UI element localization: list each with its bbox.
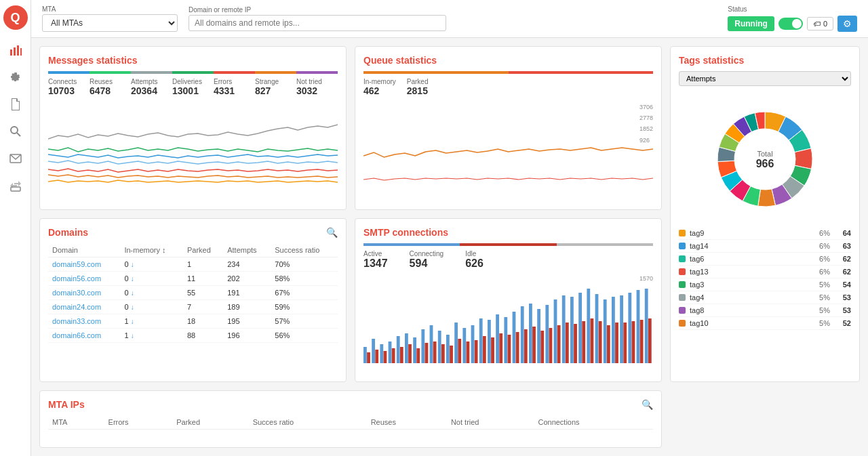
parked-label: Parked — [407, 78, 429, 85]
svg-rect-39 — [483, 336, 486, 363]
q-y4: 3706 — [639, 102, 653, 112]
sidebar: Q — [0, 0, 31, 456]
msg-stat-errors: Errors4331 — [214, 78, 255, 96]
mta-label: MTA — [42, 5, 178, 13]
col-parked: Parked — [183, 243, 223, 257]
tag-count: 52 — [834, 319, 851, 327]
tag-count: 62 — [834, 268, 851, 276]
status-toggle[interactable] — [778, 18, 803, 30]
tag-pct: 5% — [810, 281, 830, 289]
svg-rect-2 — [17, 45, 19, 56]
tag-count: 63 — [834, 242, 851, 250]
sidebar-icon-share[interactable] — [3, 173, 28, 198]
svg-rect-44 — [504, 317, 507, 363]
ci-inmemory — [363, 71, 509, 74]
svg-rect-20 — [405, 333, 408, 363]
svg-rect-38 — [479, 318, 483, 363]
tag-color — [679, 307, 686, 314]
tag-count: 53 — [834, 306, 851, 314]
idle-label: Idle — [465, 250, 484, 257]
svg-rect-42 — [496, 314, 499, 363]
svg-rect-27 — [433, 341, 437, 363]
tag-color — [679, 281, 686, 288]
smtp-stats-row: Active 1347 Connecting 594 Idle 626 — [363, 250, 653, 270]
domain-input[interactable] — [189, 15, 446, 31]
svg-rect-76 — [637, 290, 640, 363]
donut-chart-container: Total 966 — [679, 91, 851, 227]
domains-header: Domains 🔍 — [48, 227, 338, 238]
active-value: 1347 — [363, 257, 388, 270]
topbar: MTA All MTAs Domain or remote IP Status … — [31, 0, 868, 38]
settings-button[interactable]: ⚙ — [837, 16, 857, 32]
ci-nottried — [296, 71, 338, 74]
ci-connecting — [460, 243, 556, 246]
svg-rect-78 — [645, 289, 648, 363]
svg-rect-46 — [513, 312, 516, 363]
tag-row: tag13 6% 62 — [679, 266, 851, 278]
domains-panel: Domains 🔍 Domain In-memory ↕ Parked Atte… — [39, 218, 347, 381]
svg-rect-65 — [591, 318, 594, 363]
tags-metric-select[interactable]: Attempts Deliveries Errors — [679, 71, 851, 86]
tag-name: tag9 — [690, 229, 806, 237]
messages-color-indicators — [48, 71, 338, 74]
table-row: domain30.com 0 ↓ 55 191 67% — [48, 286, 338, 300]
svg-rect-29 — [441, 344, 445, 363]
mta-col-success: Succes ratio — [249, 415, 367, 430]
ci-deliveries — [172, 71, 214, 74]
svg-rect-13 — [375, 350, 378, 363]
svg-rect-33 — [458, 339, 461, 363]
svg-rect-37 — [475, 340, 478, 363]
messages-stats-title: Messages statistics — [48, 55, 338, 66]
table-row: domain33.com 1 ↓ 18 195 57% — [48, 314, 338, 329]
ci-errors — [214, 71, 255, 74]
svg-rect-15 — [384, 351, 387, 363]
app-logo[interactable]: Q — [3, 5, 28, 30]
smtp-bar-svg — [363, 275, 653, 363]
queue-stats-row: In-memory 462 Parked 2815 — [363, 78, 653, 96]
svg-rect-54 — [545, 305, 549, 363]
table-row: domain24.com 0 ↓ 7 189 59% — [48, 300, 338, 314]
parked-value: 2815 — [407, 85, 429, 96]
tag-name: tag8 — [690, 306, 806, 314]
domains-table-body: domain59.com 0 ↓ 1 234 70% domain56.com … — [48, 257, 338, 343]
msg-stat-connects: Connects10703 — [48, 78, 90, 96]
mta-ips-search-icon[interactable]: 🔍 — [642, 399, 653, 410]
smtp-stat-connecting: Connecting 594 — [410, 250, 444, 270]
mta-col-errors: Errors — [104, 415, 173, 430]
svg-rect-59 — [566, 323, 569, 363]
mta-select[interactable]: All MTAs — [42, 14, 178, 32]
svg-rect-69 — [607, 325, 610, 363]
svg-rect-18 — [397, 336, 400, 363]
tag-row: tag6 6% 62 — [679, 253, 851, 266]
tag-name: tag10 — [690, 319, 806, 327]
sidebar-icon-search[interactable] — [3, 119, 28, 144]
tag-pct: 5% — [810, 319, 830, 327]
sidebar-icon-gear[interactable] — [3, 65, 28, 89]
svg-rect-40 — [488, 320, 491, 363]
svg-line-5 — [17, 133, 20, 136]
svg-rect-68 — [604, 299, 607, 363]
mta-ips-title: MTA IPs — [48, 399, 85, 410]
col-attempts: Attempts — [223, 243, 271, 257]
svg-rect-55 — [549, 328, 553, 363]
msg-stat-strange: Strange827 — [255, 78, 296, 96]
sidebar-icon-chart[interactable] — [3, 38, 28, 62]
svg-rect-45 — [508, 335, 511, 363]
svg-rect-28 — [438, 331, 441, 363]
domains-search-icon[interactable]: 🔍 — [326, 227, 338, 238]
tag-color — [679, 320, 686, 327]
svg-rect-72 — [620, 295, 623, 363]
svg-rect-58 — [562, 295, 566, 363]
sidebar-icon-mail[interactable] — [3, 146, 28, 171]
mta-ips-header: MTA IPs 🔍 — [48, 399, 653, 410]
messages-stats-row: Connects10703Reuses6478Attempts20364Deli… — [48, 78, 338, 96]
tag-button[interactable]: 🏷 0 — [807, 17, 833, 30]
tag-pct: 5% — [810, 306, 830, 314]
messages-sparkline — [48, 102, 338, 190]
tag-name: tag13 — [690, 268, 806, 276]
sidebar-icon-doc[interactable] — [3, 92, 28, 117]
tags-stats-panel: Tags statistics Attempts Deliveries Erro… — [670, 46, 860, 382]
tag-row: tag4 5% 53 — [679, 291, 851, 304]
status-running: Running — [728, 16, 774, 31]
tag-row: tag3 5% 54 — [679, 278, 851, 291]
